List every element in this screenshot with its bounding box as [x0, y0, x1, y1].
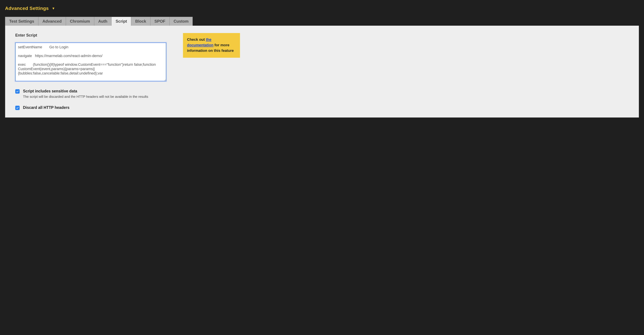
- script-input[interactable]: [15, 42, 166, 81]
- tab-chromium[interactable]: Chromium: [66, 17, 94, 26]
- sensitive-data-checkbox[interactable]: [15, 89, 20, 94]
- tab-custom[interactable]: Custom: [170, 17, 193, 26]
- tab-spof[interactable]: SPOF: [150, 17, 170, 26]
- tab-block[interactable]: Block: [131, 17, 150, 26]
- check-icon: [16, 106, 19, 109]
- tab-script[interactable]: Script: [112, 17, 131, 26]
- discard-headers-checkbox[interactable]: [15, 106, 20, 110]
- sensitive-data-label: Script includes sensitive data: [23, 89, 148, 94]
- section-heading: Advanced Settings: [5, 6, 49, 11]
- script-tab-panel: Enter Script Script includes sensitive d…: [5, 26, 639, 118]
- script-field-label: Enter Script: [15, 33, 166, 38]
- tab-auth[interactable]: Auth: [94, 17, 112, 26]
- tab-advanced[interactable]: Advanced: [38, 17, 66, 26]
- tab-test-settings[interactable]: Test Settings: [5, 17, 38, 26]
- check-icon: [16, 90, 19, 93]
- settings-tabs: Test SettingsAdvancedChromiumAuthScriptB…: [5, 17, 639, 26]
- sensitive-data-description: The script will be discarded and the HTT…: [23, 95, 148, 99]
- discard-headers-label: Discard all HTTP headers: [23, 105, 70, 110]
- caret-down-icon: ▼: [52, 7, 55, 10]
- documentation-callout: Check out the documentation for more inf…: [183, 33, 240, 58]
- callout-text-prefix: Check out: [187, 38, 206, 42]
- advanced-settings-toggle[interactable]: Advanced Settings ▼: [5, 6, 639, 11]
